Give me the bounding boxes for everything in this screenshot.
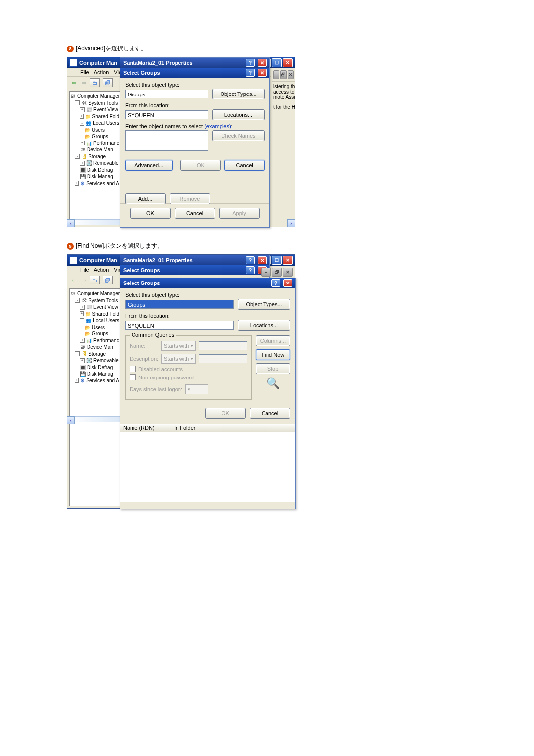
collapse-icon[interactable]: - bbox=[75, 351, 80, 356]
maximize-button[interactable]: ☐ bbox=[272, 256, 282, 265]
help-button[interactable]: ? bbox=[246, 69, 255, 77]
apply-button[interactable]: Apply bbox=[219, 208, 260, 219]
add-button[interactable]: Add... bbox=[125, 193, 166, 204]
ok-button[interactable]: OK bbox=[205, 408, 246, 419]
expand-icon[interactable]: + bbox=[80, 311, 84, 316]
expand-icon[interactable]: + bbox=[80, 141, 85, 145]
expand-icon[interactable]: + bbox=[80, 305, 85, 310]
name-match-select[interactable]: Starts with bbox=[161, 341, 196, 351]
desc-match-select[interactable]: Starts with bbox=[161, 354, 196, 364]
columns-button[interactable]: Columns... bbox=[256, 335, 290, 346]
mmc-tree[interactable]: 🖳Computer Managem -🛠System Tools +📰Event… bbox=[69, 288, 121, 506]
collapse-icon[interactable]: - bbox=[80, 318, 84, 323]
menu-action[interactable]: Action bbox=[94, 69, 109, 75]
scroll-left-handle[interactable]: ‹ bbox=[67, 416, 75, 424]
step-9-title: 9 [Find Now]ボタンを選択します。 bbox=[67, 242, 467, 250]
forward-icon[interactable]: ⇨ bbox=[80, 80, 87, 86]
up-icon[interactable]: 🗀 bbox=[90, 276, 100, 284]
cancel-button[interactable]: Cancel bbox=[224, 160, 265, 171]
help-button[interactable]: ? bbox=[246, 256, 255, 264]
col-name[interactable]: Name (RDN) bbox=[120, 424, 171, 432]
defrag-icon: 🔳 bbox=[80, 364, 86, 370]
maximize-button[interactable]: ☐ bbox=[272, 58, 282, 67]
close-button[interactable]: ✕ bbox=[258, 59, 267, 67]
object-names-label: Enter the object names to select (exampl… bbox=[125, 123, 265, 129]
refresh-icon[interactable]: 🗐 bbox=[103, 78, 113, 87]
expand-icon[interactable]: + bbox=[80, 358, 85, 363]
close-button[interactable]: ✕ bbox=[283, 279, 292, 287]
inner-minimize-button[interactable]: – bbox=[261, 268, 271, 277]
refresh-icon[interactable]: 🗐 bbox=[103, 276, 113, 284]
scroll-left-handle[interactable]: ‹ bbox=[67, 219, 75, 227]
menu-action[interactable]: Action bbox=[94, 267, 109, 273]
expand-icon[interactable]: + bbox=[80, 338, 85, 343]
tools-icon: 🛠 bbox=[81, 100, 87, 106]
menu-file[interactable]: File bbox=[80, 69, 89, 75]
check-names-button[interactable]: Check Names bbox=[212, 130, 265, 141]
object-type-field: Groups bbox=[125, 90, 208, 98]
desc-query-input[interactable] bbox=[199, 354, 247, 363]
up-icon[interactable]: 🗀 bbox=[90, 78, 100, 87]
ok-button[interactable]: OK bbox=[130, 208, 171, 219]
menu-file[interactable]: File bbox=[80, 267, 89, 273]
days-select[interactable] bbox=[185, 384, 208, 394]
cancel-button[interactable]: Cancel bbox=[175, 208, 215, 219]
performance-icon: 📊 bbox=[86, 337, 92, 343]
object-types-button[interactable]: Object Types... bbox=[212, 89, 265, 99]
local-users-icon: 👥 bbox=[86, 120, 91, 126]
storage-icon: 🗄 bbox=[81, 351, 87, 357]
expand-icon[interactable]: + bbox=[80, 107, 85, 112]
collapse-icon[interactable]: - bbox=[80, 121, 84, 126]
close-button[interactable]: ✕ bbox=[258, 69, 267, 77]
name-query-input[interactable] bbox=[199, 341, 247, 350]
examples-link[interactable]: (examples) bbox=[204, 123, 231, 129]
select-groups-title: Select Groups bbox=[123, 267, 243, 273]
select-groups-title: Select Groups bbox=[123, 70, 243, 76]
properties-footer: OK Cancel Apply bbox=[120, 203, 269, 223]
help-button[interactable]: ? bbox=[246, 59, 255, 67]
cancel-button[interactable]: Cancel bbox=[250, 408, 290, 419]
non-expiring-checkbox[interactable]: Non expiring password bbox=[130, 374, 247, 380]
stop-button[interactable]: Stop bbox=[256, 363, 290, 374]
event-viewer-icon: 📰 bbox=[86, 304, 92, 310]
collapse-icon[interactable]: - bbox=[75, 154, 80, 159]
help-button[interactable]: ? bbox=[246, 266, 255, 274]
help-button[interactable]: ? bbox=[271, 279, 280, 287]
results-header: Name (RDN) In Folder bbox=[120, 424, 295, 432]
advanced-button[interactable]: Advanced... bbox=[125, 160, 173, 171]
forward-icon[interactable]: ⇨ bbox=[80, 277, 87, 284]
search-icon: 🔍 bbox=[267, 377, 280, 390]
object-names-textarea[interactable] bbox=[125, 130, 208, 151]
desc-query-label: Description: bbox=[130, 356, 158, 362]
close-button[interactable]: ✕ bbox=[283, 58, 293, 67]
remove-button[interactable]: Remove bbox=[170, 193, 210, 204]
inner-restore-button[interactable]: 🗗 bbox=[272, 268, 282, 277]
object-types-button[interactable]: Object Types... bbox=[238, 299, 290, 310]
scroll-right-handle[interactable]: › bbox=[287, 219, 295, 227]
mmc-menu-icon bbox=[69, 267, 75, 273]
expand-icon[interactable]: + bbox=[80, 114, 84, 119]
expand-icon[interactable]: + bbox=[75, 378, 79, 383]
back-icon[interactable]: ⇦ bbox=[70, 277, 77, 284]
close-button[interactable]: ✕ bbox=[258, 256, 267, 264]
locations-button[interactable]: Locations... bbox=[212, 109, 265, 120]
disabled-accounts-checkbox[interactable]: Disabled accounts bbox=[130, 366, 247, 372]
col-folder[interactable]: In Folder bbox=[171, 424, 295, 432]
properties-dialog: SantaMaria2_01 Properties ? ✕ Select Gro… bbox=[120, 255, 270, 278]
inner-minimize-button[interactable]: – bbox=[273, 70, 279, 79]
ok-button[interactable]: OK bbox=[180, 160, 221, 171]
close-button[interactable]: ✕ bbox=[283, 256, 293, 265]
expand-icon[interactable]: + bbox=[80, 161, 85, 166]
expand-icon[interactable]: + bbox=[75, 181, 79, 186]
collapse-icon[interactable]: - bbox=[75, 298, 80, 303]
inner-restore-button[interactable]: 🗗 bbox=[280, 70, 286, 79]
select-groups-titlebar: Select Groups ? ✕ bbox=[120, 265, 269, 275]
find-now-button[interactable]: Find Now bbox=[256, 349, 290, 360]
locations-button[interactable]: Locations... bbox=[238, 320, 290, 331]
back-icon[interactable]: ⇦ bbox=[70, 80, 77, 86]
inner-close-button[interactable]: ✕ bbox=[288, 70, 294, 79]
collapse-icon[interactable]: - bbox=[75, 100, 80, 105]
inner-close-button[interactable]: ✕ bbox=[283, 268, 293, 277]
results-body[interactable] bbox=[120, 432, 295, 502]
mmc-tree[interactable]: 🖳Computer Managem -🛠System Tools +📰Event… bbox=[69, 91, 121, 225]
